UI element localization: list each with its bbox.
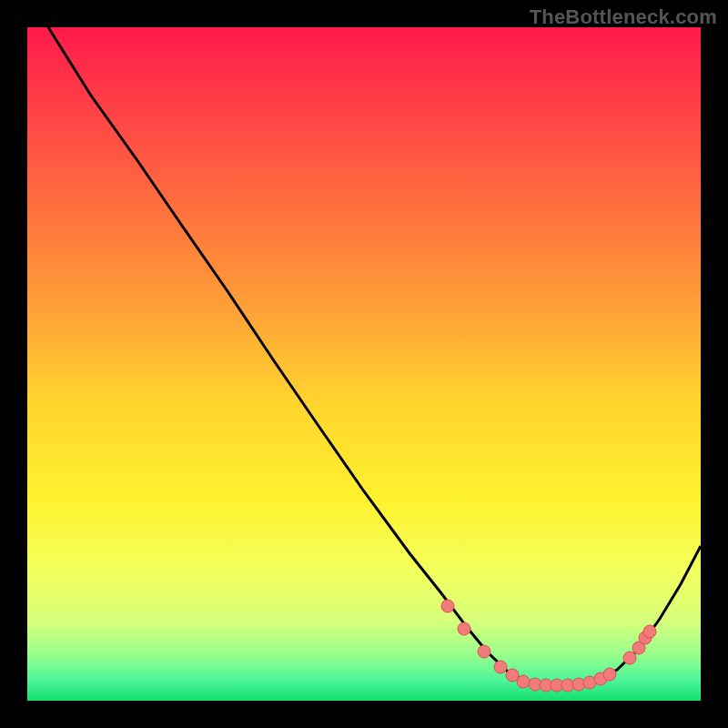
plot-area	[27, 27, 701, 701]
marker-dot	[603, 668, 616, 681]
marker-dot	[494, 661, 507, 673]
marker-dot	[517, 675, 530, 688]
marker-dot	[441, 600, 454, 612]
chart-root: { "watermark": "TheBottleneck.com", "cha…	[0, 0, 728, 728]
marker-dot	[478, 645, 490, 658]
watermark-text: TheBottleneck.com	[530, 5, 717, 29]
marker-dot	[458, 622, 470, 635]
marker-dot	[643, 625, 656, 638]
marker-dot	[623, 652, 636, 664]
chart-canvas	[0, 0, 728, 728]
